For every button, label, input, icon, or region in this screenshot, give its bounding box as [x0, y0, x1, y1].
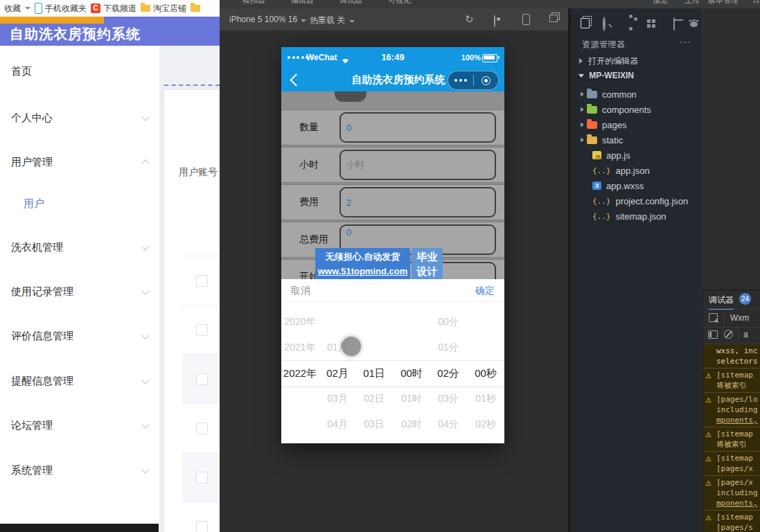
plugin-icon[interactable] — [690, 21, 698, 27]
menubar-item[interactable]: 可视化 — [388, 0, 411, 6]
row-checkbox[interactable] — [196, 472, 208, 484]
picker-option[interactable]: 02日 — [355, 386, 393, 411]
bookmark-folder-clipped[interactable] — [191, 5, 200, 12]
warning-link[interactable]: mponents, — [716, 498, 759, 508]
picker-option[interactable]: 00分 — [430, 309, 467, 335]
picker-option[interactable]: 03分 — [430, 386, 467, 411]
close-miniprogram-icon[interactable] — [474, 76, 499, 85]
tree-item-app-json[interactable]: {..} app.json — [574, 163, 701, 178]
bookmark-taobao-shop[interactable]: 淘宝店铺 — [141, 3, 186, 15]
sidebar-item-user-management[interactable]: 用户管理 — [0, 153, 159, 171]
console-filter[interactable]: a — [743, 330, 748, 339]
picker-option-selected[interactable]: 01日 — [355, 360, 393, 386]
sidebar-item-personal-center[interactable]: 个人中心 — [0, 109, 159, 127]
sidebar-item-user[interactable]: 用户 — [0, 195, 159, 213]
hot-reload-toggle[interactable]: 热重载 关 — [310, 15, 355, 26]
tree-item-pages[interactable]: pages — [574, 117, 701, 132]
sidebar-item-home[interactable]: 首页 — [0, 62, 159, 80]
tree-item-common[interactable]: common — [574, 87, 701, 102]
menubar-item[interactable]: 调试器 — [339, 0, 362, 6]
picker-option[interactable]: 03月 — [319, 386, 356, 411]
menubar-item[interactable]: 详情 — [752, 0, 760, 6]
search-icon[interactable] — [603, 17, 606, 31]
warning-icon: ⚠ — [705, 395, 712, 405]
open-editors-section[interactable]: 打开的编辑器 — [574, 55, 701, 69]
sidebar-item-usage-record-management[interactable]: 使用记录管理 — [0, 283, 159, 301]
file-explorer-panel: 资源管理器 ··· 打开的编辑器 MP-WEIXIN common compon… — [568, 8, 701, 532]
more-actions-icon[interactable]: ··· — [680, 36, 691, 47]
files-icon[interactable] — [581, 18, 590, 28]
extensions-icon[interactable] — [647, 19, 651, 23]
back-icon[interactable] — [290, 73, 302, 86]
picker-option-selected[interactable]: 02分 — [430, 360, 467, 386]
sidebar-item-label: 系统管理 — [11, 464, 53, 477]
picker-option[interactable]: 04月 — [319, 411, 356, 437]
picker-option[interactable]: 04分 — [430, 411, 467, 437]
bookmark-favorites[interactable]: 收藏 — [4, 3, 30, 15]
row-checkbox[interactable] — [196, 275, 208, 287]
more-menu-icon[interactable] — [448, 79, 473, 82]
tab-wxml[interactable]: Wxm — [730, 313, 749, 323]
inspect-element-icon[interactable] — [709, 313, 718, 322]
chevron-down-icon — [349, 20, 355, 23]
sidebar-item-forum-management[interactable]: 论坛管理 — [0, 416, 159, 434]
tree-item-app-wxss[interactable]: 3 app.wxss — [574, 178, 701, 193]
hours-input[interactable]: 小时 — [339, 150, 496, 180]
menubar-item[interactable]: 编辑器 — [291, 0, 314, 6]
ad-url[interactable]: www.51topmind.com — [315, 264, 410, 278]
picker-option[interactable]: 02秒 — [467, 411, 504, 437]
tree-item-components[interactable]: components — [574, 102, 701, 117]
tree-item-sitemap-json[interactable]: {..} sitemap.json — [574, 209, 701, 224]
picker-option[interactable]: 2021年 — [281, 335, 319, 360]
picker-option[interactable]: 01时 — [393, 386, 430, 411]
sidebar-item-review-info-management[interactable]: 评价信息管理 — [0, 327, 159, 345]
picker-cancel-button[interactable]: 取消 — [291, 285, 310, 297]
tree-item-label: app.json — [616, 166, 650, 176]
picker-option[interactable]: 02时 — [393, 411, 430, 437]
menubar-item[interactable]: 预览 — [653, 0, 668, 6]
picker-wheel[interactable]: 2020年 2021年 2022年 01月 02月 03月 04月 01日 02… — [281, 301, 504, 443]
picker-option[interactable]: 03日 — [355, 411, 393, 437]
layout-icon[interactable] — [673, 17, 675, 30]
warning-link[interactable]: mponents, — [716, 415, 759, 425]
tree-item-app-js[interactable]: JS app.js — [574, 148, 701, 163]
fee-input[interactable]: 2 — [339, 187, 496, 218]
bookmark-phone-favorites[interactable]: 手机收藏夹 — [35, 3, 87, 15]
menubar-item[interactable]: 上传 — [684, 0, 700, 6]
picker-option-selected[interactable]: 02月 — [319, 360, 356, 386]
sidebar-item-washer-management[interactable]: 洗衣机管理 — [0, 238, 159, 256]
tree-item-static[interactable]: static — [574, 132, 701, 148]
quantity-input[interactable]: 0 — [339, 112, 496, 143]
tree-item-project-config-json[interactable]: {..} project.config.json — [574, 193, 701, 209]
account-field-label: 用户账号 — [179, 166, 218, 179]
project-root-section[interactable]: MP-WEIXIN — [574, 71, 701, 85]
console-warning: ⚠ [sitemap [pages/s — [703, 511, 760, 532]
bookmark-download-channel[interactable]: C 下载频道 — [91, 3, 136, 15]
warning-line: [sitemap — [716, 429, 759, 439]
picker-confirm-button[interactable]: 确定 — [475, 285, 495, 297]
device-selector[interactable]: iPhone 5 100% 16 — [229, 15, 306, 24]
clear-console-icon[interactable] — [724, 330, 733, 339]
picker-option-selected[interactable]: 2022年 — [281, 360, 319, 386]
picker-option[interactable]: 01秒 — [467, 386, 504, 411]
sidebar-item-reminder-info-management[interactable]: 提醒信息管理 — [0, 372, 159, 390]
menubar-item[interactable]: 版本管理 — [708, 0, 739, 6]
picker-option-selected[interactable]: 00秒 — [467, 360, 504, 386]
row-checkbox[interactable] — [196, 521, 208, 532]
row-checkbox[interactable] — [196, 373, 208, 385]
picker-option[interactable]: 2020年 — [281, 309, 319, 335]
toggle-sidebar-icon[interactable] — [708, 330, 718, 339]
menubar-item[interactable]: 模拟器 — [242, 0, 265, 6]
picker-option-selected[interactable]: 00时 — [393, 360, 430, 386]
refresh-icon[interactable]: ↻ — [465, 13, 474, 26]
sidebar-item-label: 论坛管理 — [11, 419, 53, 432]
tab-debugger[interactable]: 调试器 — [709, 294, 734, 310]
device-preview-icon[interactable] — [522, 14, 530, 25]
record-icon[interactable] — [494, 15, 495, 28]
row-checkbox[interactable] — [196, 324, 208, 336]
multi-window-icon[interactable] — [549, 15, 558, 22]
sidebar-item-system-management[interactable]: 系统管理 — [0, 461, 159, 479]
row-checkbox[interactable] — [196, 423, 208, 434]
picker-option[interactable]: 01分 — [430, 335, 467, 360]
json-file-icon: {..} — [592, 166, 611, 175]
